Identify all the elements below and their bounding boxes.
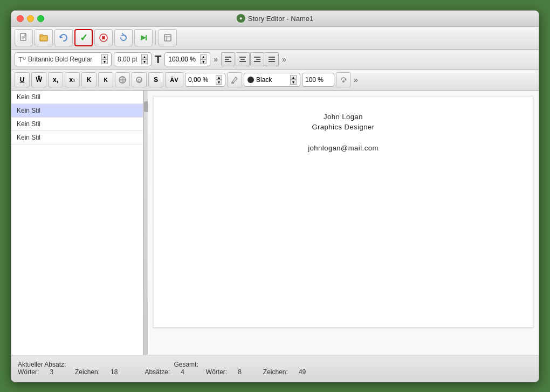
svg-rect-32 [231, 82, 234, 84]
maximize-button[interactable] [37, 15, 44, 22]
opacity-value: 100 % [305, 76, 331, 84]
font-size-up[interactable]: ▲ [141, 54, 148, 59]
status-row-2: Wörter: 3 Zeichen: 18 Absätze: 4 Wörter:… [18, 368, 532, 376]
font-size-value: 8,00 pt [118, 56, 141, 63]
font-stepper-down[interactable]: ▼ [101, 59, 108, 64]
color-swatch [248, 77, 254, 83]
rotate-button[interactable] [336, 72, 351, 87]
color-up[interactable]: ▲ [290, 75, 297, 80]
svg-rect-13 [225, 57, 231, 58]
minimize-button[interactable] [27, 15, 34, 22]
scale-down[interactable]: ▼ [200, 59, 207, 64]
scale-pct-value: 100,00 % [168, 56, 200, 63]
total-label: Gesamt: [174, 361, 198, 368]
opacity-field[interactable]: 100 % [302, 73, 334, 87]
traffic-lights [17, 15, 44, 22]
svg-rect-15 [225, 61, 231, 62]
update-button[interactable] [54, 29, 73, 46]
font-stepper-up[interactable]: ▲ [101, 54, 108, 59]
editor-line-3: johnlogan@mail.com [175, 144, 511, 152]
total-chars-label: Zeichen: [263, 368, 288, 376]
color-selector[interactable]: Black ▲ ▼ [244, 73, 300, 87]
style-item-3[interactable]: Kein Stil [11, 118, 143, 131]
current-paragraph-label: Aktueller Absatz: [18, 361, 66, 368]
wavy-underline-button[interactable]: W̃ [31, 72, 46, 87]
svg-rect-14 [225, 59, 229, 60]
content-area: Kein Stil Kein Stil Kein Stil Kein Stil … [11, 91, 539, 355]
double-arrow-icon: » [212, 55, 219, 64]
editor-spacer [175, 133, 511, 144]
svg-rect-10 [164, 35, 171, 41]
align-right-button[interactable] [250, 52, 264, 66]
new-button[interactable] [15, 29, 33, 46]
window-title: Story Editor - Name1 [248, 15, 313, 23]
check-button[interactable]: ✓ [74, 29, 93, 46]
chars-label: Zeichen: [75, 368, 100, 376]
tracking-up[interactable]: ▲ [216, 75, 222, 80]
color-down[interactable]: ▼ [290, 80, 297, 85]
editor-area[interactable]: John Logan Graphics Designer johnlogan@m… [148, 91, 539, 355]
editor-line-1: John Logan [175, 113, 511, 121]
tools-button[interactable] [159, 29, 177, 46]
superscript-button[interactable]: x1 [65, 72, 80, 87]
char-end-arrow: » [353, 75, 359, 84]
spelling-button[interactable]: Q [132, 72, 147, 87]
color-stepper[interactable]: ▲ ▼ [290, 75, 297, 85]
words-label: Wörter: [18, 368, 39, 376]
color-label: Black [256, 76, 288, 84]
align-left-button[interactable] [221, 52, 235, 66]
link-button[interactable] [115, 72, 130, 87]
font-size-down[interactable]: ▼ [141, 59, 148, 64]
chars-value: 18 [111, 368, 118, 376]
scale-pct-field[interactable]: 100,00 % ▲ ▼ [164, 52, 210, 66]
svg-line-31 [236, 77, 237, 79]
stop-button[interactable] [94, 29, 113, 46]
strikethrough-button[interactable]: S [148, 72, 163, 87]
color-picker-icon[interactable] [227, 72, 242, 87]
toolbar-separator [155, 31, 156, 45]
align-center-button[interactable] [236, 52, 250, 66]
scale-up[interactable]: ▲ [200, 54, 207, 59]
open-button[interactable] [35, 29, 53, 46]
underline-button[interactable]: U [15, 72, 30, 87]
align-buttons [221, 52, 279, 66]
double-arrow2-icon: » [281, 55, 287, 64]
editor-content[interactable]: John Logan Graphics Designer johnlogan@m… [153, 96, 533, 328]
tracking-stepper[interactable]: ▲ ▼ [216, 75, 222, 85]
status-row-1: Aktueller Absatz: Gesamt: [18, 361, 532, 368]
window-title-group: ● Story Editor - Name1 [237, 14, 313, 23]
style-item-2[interactable]: Kein Stil [11, 104, 143, 118]
statusbar: Aktueller Absatz: Gesamt: Wörter: 3 Zeic… [11, 355, 539, 382]
refresh-button[interactable] [114, 29, 133, 46]
svg-rect-19 [254, 57, 260, 58]
scale-stepper[interactable]: ▲ ▼ [200, 54, 207, 64]
toolbar3-char: U W̃ x, x1 K K Q S ÄV [11, 70, 539, 91]
font-size-field[interactable]: 8,00 pt ▲ ▼ [114, 52, 152, 66]
next-button[interactable] [134, 29, 153, 46]
absaetze-value: 4 [181, 368, 184, 376]
toolbar1: ✓ [11, 27, 539, 50]
close-button[interactable] [17, 15, 24, 22]
total-chars-value: 49 [299, 368, 306, 376]
kerning-button[interactable]: K [81, 72, 97, 87]
subscript-button[interactable]: x, [48, 72, 63, 87]
style-item-1[interactable]: Kein Stil [11, 91, 143, 104]
style-item-4[interactable]: Kein Stil [11, 131, 143, 145]
total-words-value: 8 [238, 368, 242, 376]
story-editor-window: ● Story Editor - Name1 [11, 10, 539, 382]
absaetze-label: Absätze: [145, 368, 170, 376]
tracking-field[interactable]: 0,00 % ▲ ▼ [185, 73, 225, 87]
align-justify-button[interactable] [265, 52, 279, 66]
font-name-label: Britannic Bold Regular [28, 56, 99, 63]
sidebar-scrollbar[interactable] [143, 91, 148, 355]
tracking-value: 0,00 % [188, 76, 216, 84]
small-caps-button[interactable]: K [98, 72, 113, 87]
font-selector-icon: Tᵁ [18, 56, 26, 64]
tracking-button[interactable]: ÄV [165, 72, 183, 87]
font-selector[interactable]: Tᵁ Britannic Bold Regular ▲ ▼ [15, 52, 112, 66]
svg-rect-22 [269, 57, 275, 58]
font-size-stepper[interactable]: ▲ ▼ [141, 54, 148, 64]
svg-marker-8 [141, 35, 146, 40]
tracking-down[interactable]: ▼ [216, 80, 222, 85]
font-name-stepper[interactable]: ▲ ▼ [101, 54, 108, 64]
